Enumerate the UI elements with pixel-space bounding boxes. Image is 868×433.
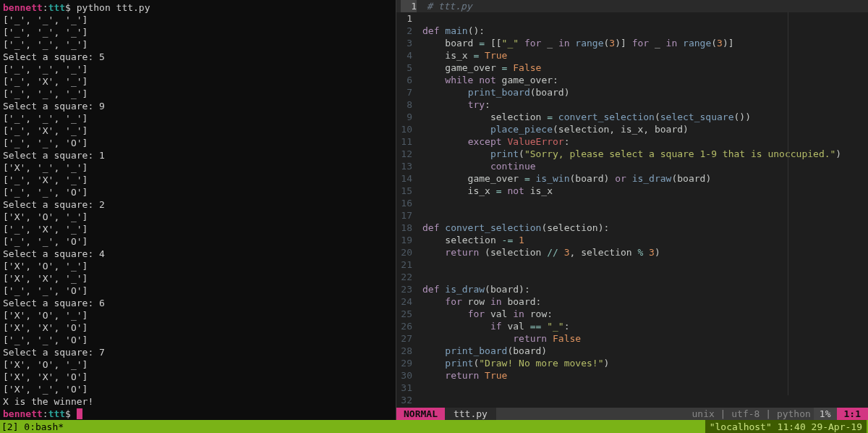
editor-pane[interactable]: 1 # ttt.py 12def main():3 board = [["_" … xyxy=(396,0,868,420)
editor-right-margin xyxy=(788,12,788,395)
code-content: is_x = True xyxy=(422,49,507,62)
code-line[interactable]: 32 xyxy=(396,394,868,406)
code-line[interactable]: 10 place_piece(selection, is_x, board) xyxy=(396,123,868,135)
code-line[interactable]: 5 game_over = False xyxy=(396,62,868,74)
terminal-output-line: Select a square: 7 xyxy=(3,346,393,358)
terminal-pane[interactable]: bennett:ttt$ python ttt.py ['_', '_', '_… xyxy=(0,0,396,420)
line-number: 23 xyxy=(396,283,422,295)
code-content: return (selection // 3, selection % 3) xyxy=(422,246,660,258)
terminal-output-line: ['_', '_', '_'] xyxy=(3,26,393,38)
code-line[interactable]: 26 if val == "_": xyxy=(396,320,868,332)
code-line[interactable]: 9 selection = convert_selection(select_s… xyxy=(396,111,868,123)
terminal-output-line: ['_', 'X', '_'] xyxy=(3,174,393,186)
code-content: place_piece(selection, is_x, board) xyxy=(422,123,689,135)
terminal-output-line: ['_', '_', 'O'] xyxy=(3,285,393,297)
code-content: game_over = is_win(board) or is_draw(boa… xyxy=(422,172,711,185)
code-line[interactable]: 22 xyxy=(396,271,868,283)
terminal-output-line: ['X', 'O', '_'] xyxy=(3,211,393,223)
line-number: 19 xyxy=(396,234,422,246)
line-number: 25 xyxy=(396,308,422,320)
code-line[interactable]: 20 return (selection // 3, selection % 3… xyxy=(396,246,868,258)
code-line[interactable]: 1 xyxy=(396,12,868,25)
terminal-output-line: ['_', '_', '_'] xyxy=(3,88,393,100)
line-number: 33 xyxy=(396,406,422,408)
code-content: try: xyxy=(422,98,490,111)
line-number: 18 xyxy=(396,222,422,234)
code-line[interactable]: 11 except ValueError: xyxy=(396,135,868,148)
line-number: 1 xyxy=(396,12,422,25)
code-line[interactable]: 3 board = [["_" for _ in range(3)] for _… xyxy=(396,37,868,49)
code-line[interactable]: 24 for row in board: xyxy=(396,295,868,308)
line-number: 16 xyxy=(396,197,422,209)
code-content: for val in row: xyxy=(422,308,553,320)
terminal-output-line: Select a square: 5 xyxy=(3,51,393,63)
code-line[interactable]: 6 while not game_over: xyxy=(396,74,868,86)
code-line[interactable]: 16 xyxy=(396,197,868,209)
code-line[interactable]: 33def is_win(board): xyxy=(396,406,868,408)
code-line[interactable]: 8 try: xyxy=(396,98,868,111)
terminal-output-line: Select a square: 6 xyxy=(3,297,393,309)
code-line[interactable]: 15 is_x = not is_x xyxy=(396,185,868,197)
code-content: continue xyxy=(422,160,536,172)
line-number: 22 xyxy=(396,271,422,283)
terminal-output-line: ['_', '_', '_'] xyxy=(3,63,393,75)
terminal-output-line: ['_', '_', 'O'] xyxy=(3,235,393,248)
terminal-output-line: ['X', 'X', 'O'] xyxy=(3,321,393,334)
code-line[interactable]: 19 selection -= 1 xyxy=(396,234,868,246)
code-content: selection = convert_selection(select_squ… xyxy=(422,111,751,123)
line-number: 30 xyxy=(396,369,422,382)
terminal-output-line: X is the winner! xyxy=(3,395,393,408)
terminal-output-line: ['_', '_', 'O'] xyxy=(3,334,393,346)
code-line[interactable]: 17 xyxy=(396,209,868,222)
vim-statusline: NORMAL ttt.py unix | utf-8 | python 1% 1… xyxy=(396,408,868,420)
terminal-prompt-line[interactable]: bennett:ttt$ xyxy=(3,408,393,420)
line-number: 26 xyxy=(396,320,422,332)
line-number: 32 xyxy=(396,394,422,406)
terminal-output-line: ['X', 'X', 'O'] xyxy=(3,371,393,383)
code-line[interactable]: 4 is_x = True xyxy=(396,49,868,62)
line-number: 5 xyxy=(396,62,422,74)
prompt-path: ttt xyxy=(48,2,65,13)
code-line[interactable]: 28 print_board(board) xyxy=(396,345,868,357)
prompt-user: bennett xyxy=(3,2,43,13)
terminal-output-line: ['_', 'X', '_'] xyxy=(3,223,393,235)
code-content: return False xyxy=(422,332,581,345)
code-area[interactable]: 12def main():3 board = [["_" for _ in ra… xyxy=(396,12,868,408)
code-content: def main(): xyxy=(422,25,485,37)
code-line[interactable]: 25 for val in row: xyxy=(396,308,868,320)
tmux-left[interactable]: [2] 0:bash* xyxy=(1,421,64,433)
code-line[interactable]: 18def convert_selection(selection): xyxy=(396,222,868,234)
code-line[interactable]: 12 print("Sorry, please select a square … xyxy=(396,148,868,160)
vim-fileinfo: unix | utf-8 | python xyxy=(692,408,813,420)
editor-filename-comment: # ttt.py xyxy=(427,0,472,12)
code-line[interactable]: 27 return False xyxy=(396,332,868,345)
code-content: is_x = not is_x xyxy=(422,185,553,197)
code-line[interactable]: 14 game_over = is_win(board) or is_draw(… xyxy=(396,172,868,185)
line-number: 8 xyxy=(396,98,422,111)
cursor xyxy=(77,408,82,419)
code-line[interactable]: 23def is_draw(board): xyxy=(396,283,868,295)
code-line[interactable]: 31 xyxy=(396,382,868,394)
code-line[interactable]: 30 return True xyxy=(396,369,868,382)
vim-filename: ttt.py xyxy=(445,408,496,420)
line-number: 31 xyxy=(396,382,422,394)
terminal-output-line: Select a square: 9 xyxy=(3,100,393,112)
code-content: selection -= 1 xyxy=(422,234,524,246)
line-number: 29 xyxy=(396,357,422,369)
terminal-output-line: ['X', 'O', '_'] xyxy=(3,358,393,371)
code-content: board = [["_" for _ in range(3)] for _ i… xyxy=(422,37,734,49)
terminal-output-line: ['X', '_', '_'] xyxy=(3,161,393,174)
editor-header-num: 1 xyxy=(401,0,417,12)
terminal-output-line: Select a square: 1 xyxy=(3,149,393,161)
code-content: print_board(board) xyxy=(422,86,570,98)
terminal-output: ['_', '_', '_']['_', '_', '_']['_', '_',… xyxy=(3,14,393,408)
code-line[interactable]: 13 continue xyxy=(396,160,868,172)
tmux-right: "localhost" 11:40 29-Apr-19 xyxy=(705,420,867,433)
terminal-output-line: Select a square: 4 xyxy=(3,248,393,260)
code-content: print("Sorry, please select a square 1-9… xyxy=(422,148,841,160)
code-line[interactable]: 7 print_board(board) xyxy=(396,86,868,98)
code-line[interactable]: 2def main(): xyxy=(396,25,868,37)
code-line[interactable]: 21 xyxy=(396,258,868,271)
vim-position: 1:1 xyxy=(837,408,868,420)
code-line[interactable]: 29 print("Draw! No more moves!") xyxy=(396,357,868,369)
